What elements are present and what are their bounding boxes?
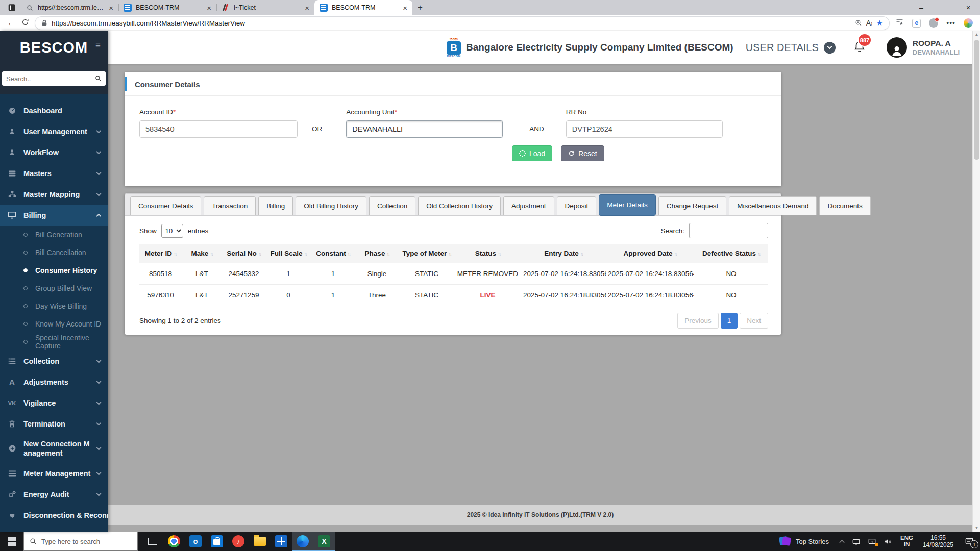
close-icon[interactable]: × (305, 4, 309, 12)
user-details-dropdown[interactable]: USER DETAILS (746, 42, 836, 54)
page-size-select[interactable]: 10 (161, 224, 183, 238)
new-tab-button[interactable]: + (412, 0, 428, 15)
sidebar-item-master-mapping[interactable]: Master Mapping (0, 184, 108, 205)
settings-menu-icon[interactable]: ••• (946, 19, 955, 27)
sidebar-subitem-bill-cancellation[interactable]: Bill Cancellation (0, 243, 108, 261)
language-indicator[interactable]: ENG IN (896, 532, 918, 551)
sidebar-item-billing[interactable]: Billing (0, 205, 108, 226)
tab-meter-details[interactable]: Meter Details (599, 194, 656, 216)
col-serial-no[interactable]: Serial No↑↓ (222, 244, 265, 263)
table-search-input[interactable] (689, 223, 768, 238)
notifications-button[interactable]: 887 (853, 40, 866, 55)
collections-icon[interactable] (895, 18, 904, 29)
sidebar-item-workflow[interactable]: WorkFlow (0, 142, 108, 163)
tab-old-billing-history[interactable]: Old Billing History (296, 196, 366, 215)
tab-billing[interactable]: Billing (258, 196, 293, 215)
close-icon[interactable]: × (207, 4, 211, 12)
copilot-icon[interactable] (964, 18, 973, 28)
sidebar-item-dashboard[interactable]: Dashboard (0, 100, 108, 121)
taskbar-app-outlook[interactable]: o (185, 532, 206, 551)
close-window-button[interactable]: × (957, 0, 980, 15)
sidebar-subitem-know-my-account-id[interactable]: Know My Account ID (0, 315, 108, 333)
scrollbar-thumb[interactable] (974, 40, 979, 160)
favorite-star-icon[interactable]: ★ (876, 18, 883, 28)
tab-miscellaneous-demand[interactable]: Miscellaneous Demand (729, 196, 817, 215)
sidebar-item-new-connection-management[interactable]: New Connection Management (0, 434, 108, 463)
col-type-of-meter[interactable]: Type of Meter↑↓ (399, 244, 454, 263)
sidebar-subitem-day-wise-billing[interactable]: Day Wise Billing (0, 297, 108, 315)
sidebar-toggle-icon[interactable]: ≡ (95, 41, 101, 51)
browser-tab-4-active[interactable]: BESCOM-TRM × (314, 0, 412, 15)
sidebar-item-masters[interactable]: Masters (0, 163, 108, 184)
col-defective-status[interactable]: Defective Status↑↓ (694, 244, 768, 263)
close-icon[interactable]: × (403, 4, 407, 12)
notification-center-button[interactable]: 1 (959, 532, 980, 551)
hidden-icons-button[interactable] (836, 532, 848, 551)
sidebar-subitem-bill-generation[interactable]: Bill Generation (0, 226, 108, 243)
tab-collection[interactable]: Collection (369, 196, 415, 215)
vertical-scrollbar[interactable]: ▲ ▼ (972, 31, 980, 532)
taskbar-search[interactable]: Type here to search (23, 532, 138, 551)
tab-adjustment[interactable]: Adjustment (503, 196, 554, 215)
sidebar-item-user-management[interactable]: User Management (0, 121, 108, 142)
back-icon[interactable]: ← (7, 18, 15, 28)
taskbar-app-grid[interactable] (271, 532, 292, 551)
col-entry-date[interactable]: Entry Date↑↓ (521, 244, 606, 263)
tab-old-collection-history[interactable]: Old Collection History (418, 196, 501, 215)
clock[interactable]: 16:55 14/08/2025 (918, 532, 959, 551)
sidebar-item-adjustments[interactable]: A Adjustments (0, 371, 108, 392)
tab-change-request[interactable]: Change Request (658, 196, 726, 215)
tray-cast-icon[interactable] (864, 532, 880, 551)
accounting-unit-input[interactable] (346, 120, 503, 138)
sidebar-subitem-special-incentive-capture[interactable]: Special Incentive Capture (0, 333, 108, 350)
taskbar-app-excel-active[interactable]: X (313, 532, 335, 551)
browser-tab-1[interactable]: https//:bescom.trm.ieasybill.com × (20, 0, 118, 15)
sidebar-item-vigilance[interactable]: VK Vigilance (0, 392, 108, 413)
refresh-icon[interactable] (21, 18, 29, 28)
workspace-icon[interactable] (3, 0, 20, 15)
task-view-button[interactable] (142, 532, 163, 551)
col-meter-id[interactable]: Meter ID↑↓ (139, 244, 182, 263)
sidebar-item-energy-audit[interactable]: Energy Audit (0, 484, 108, 505)
taskbar-app-media[interactable]: ♪ (228, 532, 249, 551)
sidebar-item-meter-management[interactable]: Meter Management (0, 463, 108, 484)
taskbar-app-edge-active[interactable] (292, 532, 313, 551)
live-status-link[interactable]: LIVE (480, 291, 495, 299)
tray-mute-icon[interactable] (880, 532, 896, 551)
taskbar-app-store[interactable] (206, 532, 228, 551)
tray-device-icon[interactable] (848, 532, 864, 551)
news-widget[interactable]: Top Stories (772, 532, 836, 551)
close-icon[interactable]: × (109, 4, 113, 12)
account-id-input[interactable] (139, 120, 298, 138)
col-constant[interactable]: Constant↑↓ (311, 244, 355, 263)
profile-icon[interactable] (929, 18, 938, 28)
sidebar-search-input[interactable] (2, 71, 106, 86)
rr-no-input[interactable] (566, 120, 723, 138)
scroll-up-arrow[interactable]: ▲ (973, 31, 980, 38)
sidebar-item-disconnection-reconnection[interactable]: Disconnection & Reconne (0, 505, 108, 525)
taskbar-app-chrome[interactable] (163, 532, 185, 551)
load-button[interactable]: Load (512, 145, 552, 161)
reset-button[interactable]: Reset (561, 145, 604, 161)
col-phase[interactable]: Phase↑↓ (355, 244, 399, 263)
previous-page-button[interactable]: Previous (677, 313, 719, 329)
sidebar-subitem-group-billed-view[interactable]: Group Billed View (0, 279, 108, 297)
browser-tab-2[interactable]: BESCOM-TRM × (118, 0, 216, 15)
col-full-scale[interactable]: Full Scale↑↓ (265, 244, 311, 263)
zoom-icon[interactable] (855, 19, 862, 27)
tab-consumer-details[interactable]: Consumer Details (130, 196, 201, 215)
sidebar-item-termination[interactable]: Termination (0, 413, 108, 434)
url-field[interactable]: https://bescom.trm.ieasybill.com/RRMaste… (35, 17, 889, 30)
tab-documents[interactable]: Documents (819, 196, 870, 215)
next-page-button[interactable]: Next (740, 313, 768, 329)
col-approved-date[interactable]: Approved Date↑↓ (606, 244, 694, 263)
ie-mode-icon[interactable]: e (912, 19, 921, 28)
col-make[interactable]: Make↑↓ (182, 244, 222, 263)
tab-deposit[interactable]: Deposit (557, 196, 597, 215)
page-1-button[interactable]: 1 (721, 313, 738, 329)
sidebar-subitem-consumer-history[interactable]: Consumer History (0, 261, 108, 279)
start-button[interactable] (0, 532, 23, 551)
taskbar-app-explorer[interactable] (249, 532, 271, 551)
scroll-down-arrow[interactable]: ▼ (973, 524, 980, 532)
minimize-button[interactable]: – (910, 0, 933, 15)
